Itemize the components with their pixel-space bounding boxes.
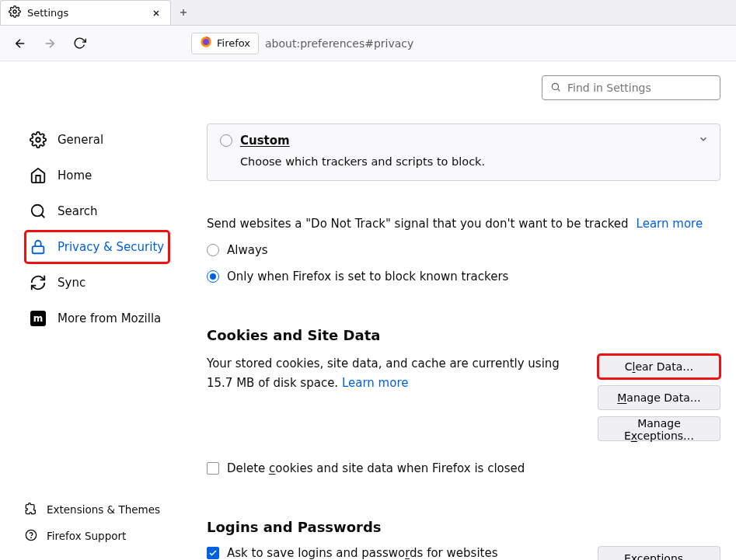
settings-content: General Home Search Privacy & Security [0, 61, 736, 560]
svg-point-0 [13, 10, 16, 13]
dnt-learn-more-link[interactable]: Learn more [637, 217, 703, 231]
browser-tab-settings[interactable]: Settings [0, 0, 171, 25]
tab-bar: Settings [0, 0, 736, 26]
svg-point-2 [203, 39, 209, 45]
logins-exceptions-button[interactable]: Exceptions… [598, 546, 720, 560]
puzzle-icon [25, 503, 37, 517]
home-icon [30, 167, 47, 184]
sidebar-item-home[interactable]: Home [25, 159, 174, 192]
svg-point-8 [31, 537, 32, 538]
search-input[interactable] [567, 82, 712, 94]
close-tab-button[interactable] [150, 7, 162, 19]
cookies-description: Your stored cookies, site data, and cach… [207, 354, 584, 441]
manage-data-button[interactable]: Manage Data… [598, 385, 720, 410]
svg-point-5 [32, 205, 44, 217]
delete-on-close-label: Delete cookies and site data when Firefo… [227, 461, 525, 475]
mozilla-icon: m [30, 310, 47, 327]
settings-sidebar: General Home Search Privacy & Security [0, 123, 183, 560]
search-icon [550, 82, 561, 95]
url-bar[interactable]: Firefox about:preferences#privacy [191, 33, 413, 54]
chevron-down-icon[interactable] [698, 134, 709, 147]
manage-exceptions-button[interactable]: Manage Exceptions… [598, 416, 720, 441]
nav-toolbar: Firefox about:preferences#privacy [0, 26, 736, 61]
radio-dnt-always[interactable] [207, 244, 219, 256]
logins-heading: Logins and Passwords [207, 519, 720, 535]
url-text: about:preferences#privacy [265, 37, 413, 50]
search-icon [30, 203, 47, 220]
identity-box[interactable]: Firefox [191, 33, 259, 54]
gear-icon [30, 131, 47, 148]
custom-description: Choose which trackers and scripts to blo… [240, 155, 707, 168]
svg-point-3 [552, 83, 558, 89]
ask-save-logins-label: Ask to save logins and passwords for web… [227, 546, 497, 560]
clear-data-button[interactable]: Clear Data… [598, 354, 720, 379]
sidebar-item-label: Home [58, 169, 92, 183]
tracking-custom-option[interactable]: Custom Choose which trackers and scripts… [207, 123, 720, 181]
svg-point-4 [36, 137, 40, 142]
new-tab-button[interactable] [171, 0, 196, 25]
checkbox-delete-on-close[interactable] [207, 462, 219, 475]
sidebar-item-sync[interactable]: Sync [25, 266, 174, 299]
find-in-settings-box[interactable] [542, 75, 720, 100]
sidebar-item-label: Search [58, 204, 98, 218]
sidebar-bottom-label: Extensions & Themes [47, 503, 160, 516]
sidebar-firefox-support[interactable]: Firefox Support [25, 523, 160, 549]
identity-label: Firefox [217, 37, 250, 49]
checkbox-ask-save-logins[interactable] [207, 547, 219, 559]
sidebar-bottom-label: Firefox Support [47, 530, 126, 542]
radio-dnt-only-blocking[interactable] [207, 270, 219, 283]
sidebar-extensions-themes[interactable]: Extensions & Themes [25, 496, 160, 523]
settings-main-panel: Custom Choose which trackers and scripts… [183, 123, 736, 560]
sidebar-item-more-mozilla[interactable]: m More from Mozilla [25, 302, 174, 335]
lock-icon [30, 238, 47, 256]
cookies-heading: Cookies and Site Data [207, 327, 720, 343]
sidebar-item-search[interactable]: Search [25, 195, 174, 228]
sidebar-item-label: General [58, 133, 103, 147]
radio-custom[interactable] [220, 134, 232, 147]
help-icon [25, 529, 37, 544]
dnt-always-label: Always [227, 243, 268, 257]
sync-icon [30, 274, 47, 291]
dnt-text: Send websites a "Do Not Track" signal th… [207, 217, 629, 231]
sidebar-item-label: Sync [58, 276, 85, 290]
sidebar-item-privacy[interactable]: Privacy & Security [25, 231, 169, 263]
custom-title: Custom [240, 134, 290, 148]
firefox-icon [200, 36, 212, 50]
dnt-only-label: Only when Firefox is set to block known … [227, 270, 508, 283]
sidebar-item-general[interactable]: General [25, 123, 174, 156]
sidebar-item-label: More from Mozilla [58, 311, 161, 325]
forward-button[interactable] [39, 33, 61, 54]
tab-title: Settings [27, 7, 144, 19]
back-button[interactable] [9, 33, 31, 54]
reload-button[interactable] [68, 33, 90, 54]
gear-icon [9, 5, 21, 20]
svg-rect-6 [33, 246, 44, 253]
cookies-learn-more-link[interactable]: Learn more [342, 376, 409, 390]
sidebar-item-label: Privacy & Security [58, 240, 164, 254]
